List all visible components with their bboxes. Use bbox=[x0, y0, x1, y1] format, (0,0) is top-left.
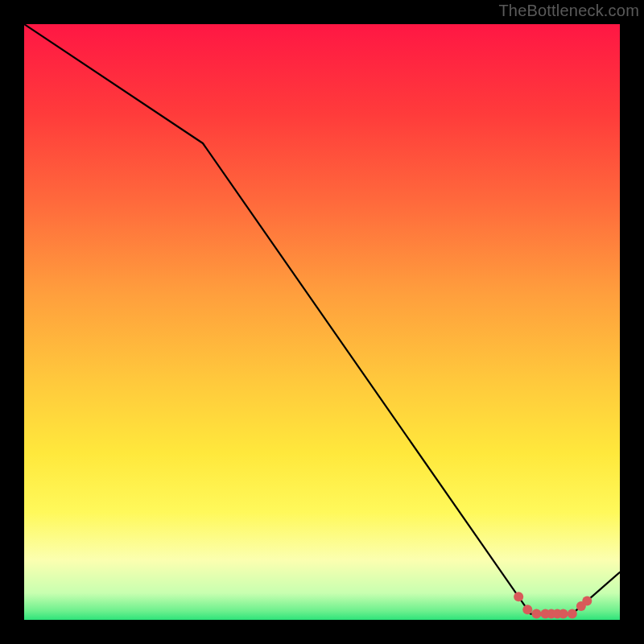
attribution-text: TheBottleneck.com bbox=[498, 2, 639, 20]
plot-area bbox=[24, 24, 620, 620]
chart-container: TheBottleneck.com bbox=[0, 0, 644, 644]
optimal-marker bbox=[582, 596, 592, 605]
optimal-marker bbox=[514, 592, 523, 601]
optimal-marker bbox=[568, 609, 577, 619]
gradient-background bbox=[24, 24, 620, 620]
chart-svg bbox=[24, 24, 620, 620]
optimal-marker bbox=[522, 605, 532, 614]
optimal-marker bbox=[531, 609, 541, 619]
optimal-marker bbox=[559, 609, 568, 619]
